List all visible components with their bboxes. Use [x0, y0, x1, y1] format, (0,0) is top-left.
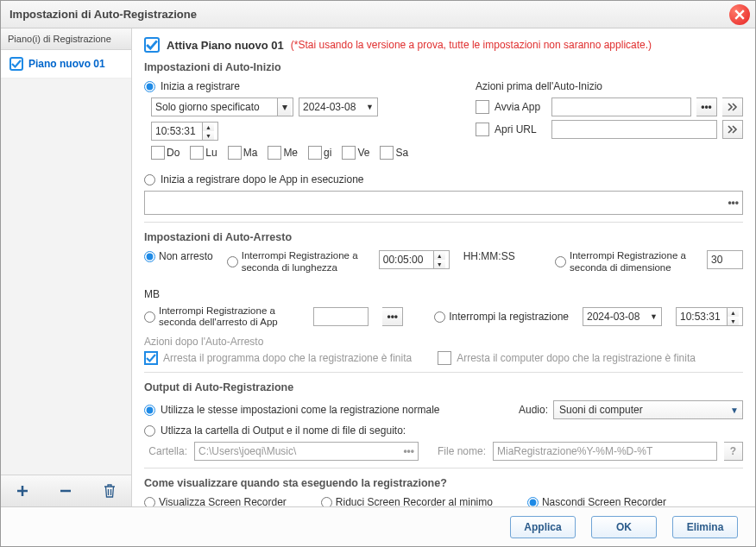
audio-label: Audio: [519, 404, 548, 416]
size-input[interactable]: 30 [707, 250, 743, 269]
schedule-mode-value: Solo giorno specificato [155, 101, 260, 113]
stop-date-value: 2024-03-08 [587, 311, 639, 323]
start-time-input[interactable]: 10:53:31 ▲▼ [151, 122, 218, 141]
launch-app-browse-button[interactable]: ••• [696, 97, 717, 116]
size-value: 30 [711, 254, 722, 266]
stop-length-label: Interrompi Registrazione a seconda di lu… [242, 250, 365, 274]
day-sat[interactable]: Sa [380, 146, 408, 160]
open-url-checkbox[interactable] [476, 123, 489, 136]
schedule-mode-select[interactable]: Solo giorno specificato ▾ [151, 97, 293, 116]
day-tue[interactable]: Ma [228, 146, 258, 160]
day-thu[interactable]: gi [308, 146, 331, 160]
check-icon [11, 59, 22, 69]
same-settings-label: Utilizza le stesse impostazioni come la … [161, 404, 439, 416]
stop-time-spinner[interactable]: ▲▼ [727, 308, 739, 325]
launch-app-checkbox[interactable] [476, 100, 489, 114]
launch-app-input[interactable] [551, 97, 691, 116]
length-input[interactable]: 00:05:00 ▲▼ [379, 250, 450, 269]
day-wed[interactable]: Me [268, 146, 298, 160]
start-date-value: 2024-03-08 [303, 101, 356, 113]
remove-plan-button[interactable] [54, 481, 78, 501]
stop-date-input[interactable]: 2024-03-08 ▼ [583, 307, 662, 326]
start-date-input[interactable]: 2024-03-08 ▼ [299, 97, 378, 116]
length-unit: HH:MM:SS [463, 250, 515, 262]
shutdown-after-label: Arresta il computer dopo che la registra… [457, 352, 696, 364]
display-hide-radio[interactable] [527, 497, 539, 506]
autostop-title: Impostazioni di Auto-Arresto [144, 231, 743, 243]
filename-input[interactable]: MiaRegistrazione%Y-%M-%D-%T [493, 442, 717, 461]
delete-plan-button[interactable] [98, 481, 122, 501]
appstop-input[interactable] [313, 307, 369, 326]
trial-warning: (*Stai usando la versione a prova, tutte… [291, 39, 652, 51]
launch-app-go-button[interactable] [722, 97, 743, 116]
stop-length-radio[interactable] [227, 256, 238, 267]
display-title: Come visualizzare quando sta eseguendo l… [144, 477, 743, 489]
double-chevron-right-icon [728, 125, 738, 134]
day-mon[interactable]: Lu [190, 146, 217, 160]
folder-input[interactable]: C:\Users\joeqi\Music\ ••• [194, 442, 419, 461]
audio-select[interactable]: Suoni di computer ▼ [553, 400, 743, 419]
length-value: 00:05:00 [383, 254, 424, 266]
stop-time-input[interactable]: 10:53:31 ▲▼ [676, 307, 743, 326]
filename-value: MiaRegistrazione%Y-%M-%D-%T [497, 445, 652, 457]
plan-name: Piano nuovo 01 [28, 58, 105, 70]
start-after-apps-radio[interactable] [144, 174, 155, 185]
activate-checkbox[interactable] [144, 37, 160, 53]
stop-at-radio[interactable] [434, 311, 445, 323]
length-spinner[interactable]: ▲▼ [433, 251, 445, 268]
open-url-input[interactable] [551, 120, 717, 139]
same-settings-radio[interactable] [144, 405, 155, 416]
stop-appstop-label: Interrompi Registrazione a seconda dell'… [159, 305, 299, 330]
trash-icon [104, 484, 116, 498]
display-min-radio[interactable] [321, 497, 332, 506]
apply-button[interactable]: Applica [510, 516, 576, 538]
display-hide-label: Nascondi Screen Recorder [542, 496, 666, 506]
close-button[interactable] [729, 4, 750, 25]
stop-time-value: 10:53:31 [680, 311, 721, 323]
titlebar: Impostazioni di Auto-Registrazione [1, 1, 755, 28]
folder-value: C:\Users\joeqi\Music\ [198, 445, 296, 457]
day-sun[interactable]: Do [151, 146, 180, 160]
custom-folder-radio[interactable] [144, 425, 155, 437]
custom-folder-label: Utlizza la cartella di Output e il nome … [161, 424, 406, 437]
plus-icon [16, 484, 29, 498]
ellipsis-icon: ••• [403, 445, 414, 457]
folder-label: Cartella: [144, 445, 187, 457]
add-plan-button[interactable] [10, 481, 35, 501]
start-recording-label: Inizia a registrare [161, 80, 240, 92]
delete-button[interactable]: Elimina [672, 516, 738, 538]
ellipsis-icon: ••• [728, 197, 739, 209]
open-url-go-button[interactable] [722, 120, 743, 139]
appstop-browse-button[interactable]: ••• [382, 307, 403, 326]
output-title: Output di Auto-Registrazione [144, 381, 743, 393]
stop-size-radio[interactable] [555, 256, 566, 267]
stop-appstop-radio[interactable] [144, 311, 155, 323]
chevron-down-icon: ▼ [650, 312, 658, 321]
post-actions-title: Azioni dopo l'Auto-Arresto [144, 336, 743, 348]
time-spinner[interactable]: ▲▼ [202, 123, 214, 140]
chevron-down-icon: ▼ [366, 103, 374, 111]
ok-button[interactable]: OK [591, 516, 657, 538]
exit-after-checkbox[interactable] [144, 351, 158, 365]
plan-checkbox[interactable] [9, 57, 23, 71]
close-icon [734, 9, 745, 20]
start-recording-radio[interactable] [144, 81, 155, 92]
shutdown-after-checkbox[interactable] [438, 351, 451, 365]
plan-item[interactable]: Piano nuovo 01 [1, 50, 131, 79]
chevron-down-icon: ▾ [277, 98, 291, 116]
check-icon [146, 353, 156, 363]
open-url-label: Apri URL [495, 123, 546, 135]
audio-value: Suoni di computer [559, 404, 643, 416]
no-stop-radio[interactable] [144, 251, 155, 262]
pre-actions-title: Azioni prima dell'Auto-Inizio [476, 80, 743, 92]
minus-icon [59, 484, 72, 498]
filename-help-button[interactable]: ? [724, 442, 743, 461]
no-stop-label: Non arresto [159, 250, 213, 262]
double-chevron-right-icon [728, 103, 738, 111]
display-show-label: Visualizza Screen Recorder [159, 496, 287, 506]
launch-app-label: Avvia App [495, 101, 546, 113]
day-fri[interactable]: Ve [342, 146, 369, 160]
main-panel: Attiva Piano nuovo 01 (*Stai usando la v… [132, 28, 755, 506]
display-show-radio[interactable] [144, 497, 155, 506]
running-apps-input[interactable]: ••• [144, 191, 743, 215]
